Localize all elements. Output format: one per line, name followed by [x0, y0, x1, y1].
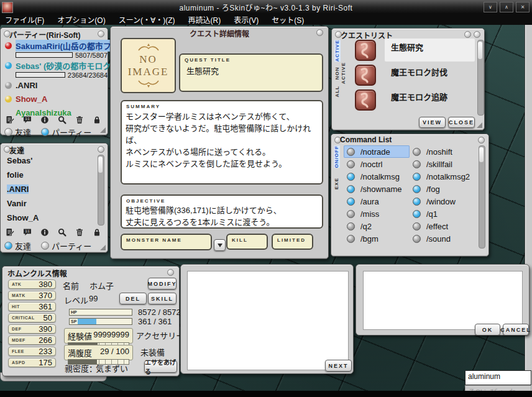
menu-item-1[interactable]: オプション(O) — [57, 14, 105, 25]
command-item[interactable]: /notalkmsg2 — [410, 170, 475, 183]
friend-row[interactable]: Show_A — [7, 213, 39, 223]
trash-icon[interactable] — [75, 228, 84, 237]
command-item[interactable]: /noctrl — [344, 158, 410, 170]
command-item[interactable]: /q2 — [344, 220, 410, 232]
party-member[interactable]: .ANRI — [1, 80, 108, 90]
search-icon[interactable] — [58, 116, 66, 124]
party-member[interactable]: Show_A — [1, 94, 108, 104]
panel-dot-icon[interactable] — [474, 31, 480, 38]
tab-friends[interactable]: 友達 — [4, 240, 31, 252]
friend-row[interactable]: .ANRI — [7, 185, 39, 194]
friend-name: Show_A — [7, 213, 39, 222]
tab-party[interactable]: パーティー — [41, 126, 91, 138]
info-icon[interactable] — [40, 228, 49, 237]
quest-tab-all[interactable]: ALL — [334, 86, 341, 98]
command-item[interactable]: /window — [410, 195, 475, 208]
trash-icon[interactable] — [75, 116, 84, 124]
resize-grip[interactable] — [477, 122, 482, 128]
panel-dot-icon[interactable] — [464, 31, 471, 38]
command-scrollbar-thumb[interactable] — [479, 147, 484, 162]
kill-box: KILL — [226, 234, 268, 250]
command-item[interactable]: /sound — [410, 232, 475, 245]
lock-icon[interactable] — [93, 116, 101, 124]
friend-row[interactable]: Sebas' — [7, 156, 39, 166]
quest-row[interactable]: 魔王モロク追跡 — [391, 91, 447, 103]
view-button[interactable]: VIEW — [419, 117, 446, 128]
resize-grip[interactable] — [100, 245, 106, 250]
monster-name-combo[interactable]: MONSTER NAME — [121, 234, 212, 250]
tab-party[interactable]: パーティー — [41, 240, 91, 252]
panel-dot-icon[interactable] — [316, 29, 323, 36]
search-icon[interactable] — [58, 228, 66, 237]
menu-item-4[interactable]: 表示(V) — [234, 14, 259, 25]
modify-button[interactable]: MODIFY — [148, 278, 177, 290]
shade-button[interactable]: ∨ — [484, 2, 497, 12]
friends-scrollbar[interactable] — [98, 155, 104, 226]
ok-button[interactable]: OK — [475, 324, 500, 335]
sp-bar-fill — [78, 319, 96, 324]
command-item[interactable]: /q1 — [410, 208, 475, 220]
quest-list-scrollbar[interactable] — [477, 40, 484, 116]
svg-text:1:1: 1:1 — [25, 230, 30, 233]
unshade-button[interactable]: ∧ — [500, 2, 513, 12]
command-item[interactable]: /skillfail — [410, 158, 475, 170]
command-tab-onoff[interactable]: ON/OFF — [334, 145, 340, 168]
stat-label: ASPD — [12, 360, 25, 365]
command-item[interactable]: /effect — [410, 220, 475, 232]
skin-name-input[interactable]: aluminum — [465, 370, 531, 385]
friend-row[interactable]: Vanir — [7, 199, 39, 209]
feed-button[interactable]: エサをあげる — [144, 360, 177, 373]
monster-name-dropdown-button[interactable] — [214, 239, 226, 251]
command-item[interactable]: /notalkmsg — [344, 170, 410, 183]
menu-item-5[interactable]: セット(S) — [272, 14, 304, 25]
quest-row[interactable]: 生態研究 — [391, 41, 423, 53]
quest-tab-nonactive[interactable]: NON ACTIVE — [334, 62, 347, 84]
close-button[interactable]: CLOSE — [448, 117, 475, 128]
command-item[interactable]: /aura — [344, 195, 410, 208]
command-item[interactable]: /miss — [344, 208, 410, 220]
friend-row[interactable]: folie — [7, 170, 39, 180]
chat-1to1-icon[interactable]: 1:1 — [23, 116, 32, 124]
menu-item-2[interactable]: スーン(・∀・)(Z) — [119, 14, 175, 25]
command-item[interactable]: /notrade — [344, 145, 410, 158]
radio-icon — [41, 128, 49, 136]
skill-button[interactable]: SKILL — [148, 293, 177, 304]
resize-grip[interactable] — [100, 127, 106, 133]
command-item[interactable]: /fog — [410, 183, 475, 195]
menu-item-0[interactable]: ファイル(F) — [5, 14, 44, 25]
cancel-button[interactable]: CANCEL — [503, 324, 529, 335]
panel-dot-icon[interactable] — [167, 269, 174, 276]
close-button[interactable]: ✕ — [516, 2, 530, 12]
command-label: /fog — [426, 185, 440, 194]
quest-row[interactable]: 魔王モロク討伐 — [391, 66, 447, 78]
command-item[interactable]: /showname — [344, 183, 410, 195]
objective-text: 駐屯地警備隊(336,171)に話しかけてから、丈夫に見えるつるを1本ルミスに渡… — [122, 204, 322, 228]
quest-tab-active[interactable]: ACTIVE — [334, 40, 341, 62]
quest-list-scrollbar-thumb[interactable] — [478, 42, 482, 59]
panel-dot-icon[interactable] — [478, 137, 485, 144]
main-vertical-scrollbar[interactable] — [525, 25, 532, 392]
chevron-down-icon — [218, 244, 222, 247]
delete-button[interactable]: DEL — [119, 293, 147, 304]
command-item[interactable]: /noshift — [410, 145, 475, 158]
command-grid: /notrade/noshift/noctrl/skillfail/notalk… — [344, 145, 475, 245]
chat-1to1-icon[interactable]: 1:1 — [23, 228, 32, 237]
menu-item-3[interactable]: 再読込(R) — [188, 14, 221, 25]
edit-note-icon[interactable] — [6, 116, 14, 124]
command-scrollbar[interactable] — [479, 145, 485, 249]
lock-icon[interactable] — [93, 228, 101, 237]
edit-note-icon[interactable] — [6, 228, 14, 237]
command-tab-exe[interactable]: EXE — [334, 178, 340, 189]
info-icon[interactable] — [40, 116, 49, 124]
command-off-icon — [347, 148, 355, 156]
next-button[interactable]: NEXT — [325, 360, 352, 372]
friends-scrollbar-thumb[interactable] — [98, 157, 103, 173]
panel-dot-icon[interactable] — [98, 146, 104, 153]
party-member[interactable]: SakumaRiri(山岳の都市フェ5807/5807 — [1, 40, 108, 58]
party-member[interactable]: Sebas' (砂漠の都市モロク)23684/23684 — [1, 60, 108, 78]
tab-friends[interactable]: 友達 — [4, 126, 31, 138]
next-dialog: NEXT — [180, 264, 354, 374]
panel-dot-icon[interactable] — [98, 30, 104, 37]
command-off-icon — [413, 160, 421, 168]
command-item[interactable]: /bgm — [344, 232, 410, 245]
